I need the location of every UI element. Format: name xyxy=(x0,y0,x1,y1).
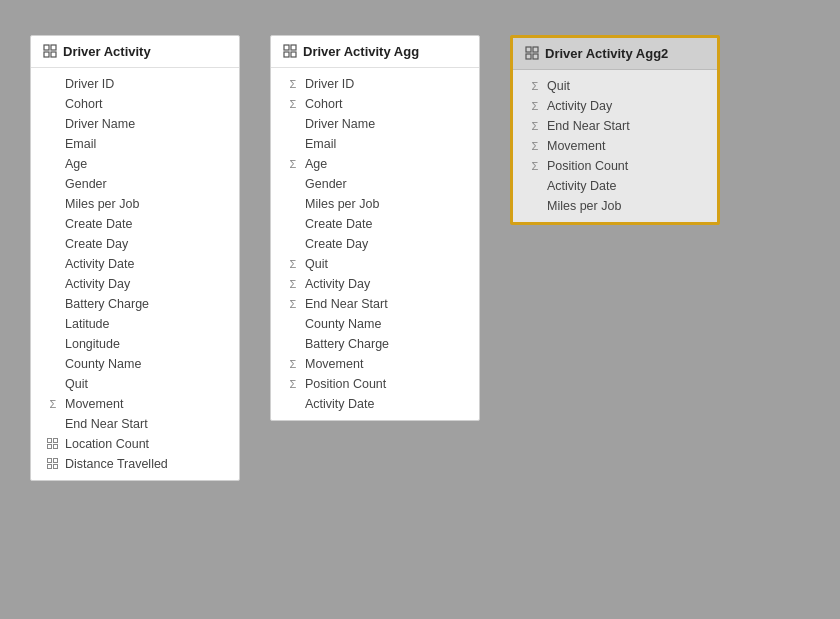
table-card-driver-activity-agg2[interactable]: Driver Activity Agg2ΣQuitΣActivity DayΣE… xyxy=(510,35,720,225)
empty-icon xyxy=(45,136,61,152)
svg-rect-5 xyxy=(54,438,58,442)
field-row[interactable]: Battery Charge xyxy=(271,334,479,354)
svg-rect-16 xyxy=(526,47,531,52)
field-name-label: Age xyxy=(65,157,225,171)
empty-icon xyxy=(45,336,61,352)
field-row[interactable]: Distance Travelled xyxy=(31,454,239,474)
sigma-icon: Σ xyxy=(285,276,301,292)
field-row[interactable]: Gender xyxy=(271,174,479,194)
field-row[interactable]: ΣEnd Near Start xyxy=(513,116,717,136)
field-row[interactable]: Age xyxy=(31,154,239,174)
svg-rect-6 xyxy=(48,444,52,448)
field-name-label: Activity Day xyxy=(547,99,703,113)
field-name-label: Miles per Job xyxy=(65,197,225,211)
field-row[interactable]: ΣEnd Near Start xyxy=(271,294,479,314)
sigma-icon: Σ xyxy=(527,158,543,174)
table-body-driver-activity-agg2: ΣQuitΣActivity DayΣEnd Near StartΣMoveme… xyxy=(513,70,717,222)
empty-icon xyxy=(285,116,301,132)
field-row[interactable]: Driver ID xyxy=(31,74,239,94)
field-name-label: Position Count xyxy=(547,159,703,173)
empty-icon xyxy=(45,236,61,252)
table-body-driver-activity-agg: ΣDriver IDΣCohortDriver NameEmailΣAgeGen… xyxy=(271,68,479,420)
sigma-icon: Σ xyxy=(527,78,543,94)
field-row[interactable]: Email xyxy=(31,134,239,154)
field-row[interactable]: Miles per Job xyxy=(271,194,479,214)
field-row[interactable]: ΣActivity Day xyxy=(271,274,479,294)
field-row[interactable]: Create Date xyxy=(31,214,239,234)
table-grid-icon xyxy=(43,44,57,58)
field-row[interactable]: Location Count xyxy=(31,434,239,454)
field-row[interactable]: Latitude xyxy=(31,314,239,334)
sigma-icon: Σ xyxy=(527,118,543,134)
field-name-label: End Near Start xyxy=(65,417,225,431)
field-row[interactable]: Activity Date xyxy=(513,176,717,196)
table-title: Driver Activity Agg xyxy=(303,44,419,59)
field-row[interactable]: ΣMovement xyxy=(513,136,717,156)
field-name-label: Gender xyxy=(305,177,465,191)
empty-icon xyxy=(45,176,61,192)
sigma-icon: Σ xyxy=(285,156,301,172)
field-row[interactable]: ΣMovement xyxy=(31,394,239,414)
table-header-driver-activity-agg2: Driver Activity Agg2 xyxy=(513,38,717,70)
empty-icon xyxy=(45,276,61,292)
table-header-driver-activity-agg: Driver Activity Agg xyxy=(271,36,479,68)
table-title: Driver Activity xyxy=(63,44,151,59)
field-name-label: Gender xyxy=(65,177,225,191)
sigma-icon: Σ xyxy=(285,96,301,112)
field-row[interactable]: ΣCohort xyxy=(271,94,479,114)
field-row[interactable]: ΣDriver ID xyxy=(271,74,479,94)
field-name-label: Activity Date xyxy=(305,397,465,411)
empty-icon xyxy=(285,136,301,152)
field-name-label: Driver Name xyxy=(65,117,225,131)
field-row[interactable]: Create Date xyxy=(271,214,479,234)
field-row[interactable]: ΣPosition Count xyxy=(513,156,717,176)
field-row[interactable]: End Near Start xyxy=(31,414,239,434)
sigma-icon: Σ xyxy=(285,256,301,272)
table-card-driver-activity-agg[interactable]: Driver Activity AggΣDriver IDΣCohortDriv… xyxy=(270,35,480,421)
empty-icon xyxy=(527,198,543,214)
field-row[interactable]: ΣQuit xyxy=(513,76,717,96)
field-name-label: Quit xyxy=(65,377,225,391)
table-header-driver-activity: Driver Activity xyxy=(31,36,239,68)
field-row[interactable]: Activity Day xyxy=(31,274,239,294)
field-row[interactable]: Cohort xyxy=(31,94,239,114)
table-card-driver-activity[interactable]: Driver ActivityDriver IDCohortDriver Nam… xyxy=(30,35,240,481)
field-name-label: Create Day xyxy=(305,237,465,251)
field-row[interactable]: Battery Charge xyxy=(31,294,239,314)
svg-rect-9 xyxy=(54,458,58,462)
field-row[interactable]: ΣPosition Count xyxy=(271,374,479,394)
field-row[interactable]: County Name xyxy=(271,314,479,334)
field-row[interactable]: Miles per Job xyxy=(31,194,239,214)
table-title: Driver Activity Agg2 xyxy=(545,46,668,61)
field-row[interactable]: Email xyxy=(271,134,479,154)
svg-rect-8 xyxy=(48,458,52,462)
field-name-label: Latitude xyxy=(65,317,225,331)
field-row[interactable]: ΣQuit xyxy=(271,254,479,274)
field-row[interactable]: Quit xyxy=(31,374,239,394)
field-row[interactable]: Gender xyxy=(31,174,239,194)
field-name-label: Movement xyxy=(547,139,703,153)
field-name-label: Miles per Job xyxy=(305,197,465,211)
field-row[interactable]: Activity Date xyxy=(271,394,479,414)
field-row[interactable]: Activity Date xyxy=(31,254,239,274)
empty-icon xyxy=(285,316,301,332)
field-name-label: Create Date xyxy=(65,217,225,231)
sigma-icon: Σ xyxy=(285,376,301,392)
field-row[interactable]: Create Day xyxy=(31,234,239,254)
field-row[interactable]: Driver Name xyxy=(271,114,479,134)
field-row[interactable]: ΣMovement xyxy=(271,354,479,374)
field-row[interactable]: ΣActivity Day xyxy=(513,96,717,116)
field-name-label: Quit xyxy=(305,257,465,271)
field-row[interactable]: ΣAge xyxy=(271,154,479,174)
svg-rect-7 xyxy=(54,444,58,448)
field-row[interactable]: Longitude xyxy=(31,334,239,354)
sigma-icon: Σ xyxy=(45,396,61,412)
sigma-icon: Σ xyxy=(285,356,301,372)
field-row[interactable]: Miles per Job xyxy=(513,196,717,216)
field-row[interactable]: Create Day xyxy=(271,234,479,254)
field-name-label: Battery Charge xyxy=(305,337,465,351)
field-row[interactable]: County Name xyxy=(31,354,239,374)
field-row[interactable]: Driver Name xyxy=(31,114,239,134)
field-name-label: Driver ID xyxy=(305,77,465,91)
empty-icon xyxy=(45,256,61,272)
